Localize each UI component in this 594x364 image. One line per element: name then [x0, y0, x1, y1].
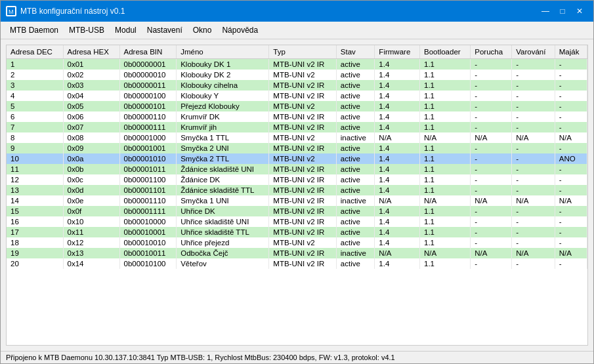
title-controls: — □ ✕: [537, 5, 588, 18]
table-cell: 0x0f: [63, 206, 119, 216]
status-text: Připojeno k MTB Daemonu 10.30.137.10:384…: [6, 354, 395, 361]
table-cell: N/A: [555, 195, 587, 206]
table-row[interactable]: 80x080b00001000Smyčka 1 TTLMTB-UNI v2ina…: [7, 132, 587, 143]
menu-item-mtb-daemon[interactable]: MTB Daemon: [5, 24, 64, 37]
table-cell: -: [512, 122, 555, 132]
menu-item-modul[interactable]: Modul: [110, 24, 142, 37]
table-cell: -: [471, 185, 512, 195]
table-cell: -: [471, 206, 512, 216]
col-header-varovani[interactable]: Varování: [512, 45, 555, 59]
table-cell: MTB-UNI v2 IR: [269, 195, 336, 206]
table-cell: Uhřice skladiště TTL: [177, 227, 269, 237]
table-cell: active: [336, 216, 375, 227]
table-cell: 3: [7, 80, 63, 91]
table-cell: 1.4: [375, 185, 420, 195]
table-row[interactable]: 100x0a0b00001010Smyčka 2 TTLMTB-UNI v2ac…: [7, 153, 587, 164]
table-row[interactable]: 180x120b00010010Uhřice přejezdMTB-UNI v2…: [7, 237, 587, 248]
table-cell: -: [512, 174, 555, 185]
table-cell: 1.4: [375, 111, 420, 122]
table-row[interactable]: 130x0d0b00001101Ždánice skladiště TTLMTB…: [7, 185, 587, 195]
table-row[interactable]: 60x060b00000110Krumvíř DKMTB-UNI v2 IRac…: [7, 111, 587, 122]
table-row[interactable]: 70x070b00000111Krumvíř jihMTB-UNI v2 IRa…: [7, 122, 587, 132]
table-cell: -: [471, 101, 512, 111]
table-cell: Smyčka 2 TTL: [177, 153, 269, 164]
table-cell: 14: [7, 195, 63, 206]
table-row[interactable]: 50x050b00000101Přejezd KloboukyMTB-UNI v…: [7, 101, 587, 111]
col-header-typ[interactable]: Typ: [269, 45, 336, 59]
table-row[interactable]: 90x090b00001001Smyčka 2 UNIMTB-UNI v2 IR…: [7, 143, 587, 153]
table-cell: inactive: [336, 195, 375, 206]
table-row[interactable]: 40x040b00000100Klobouky YMTB-UNI v2 IRac…: [7, 91, 587, 101]
table-cell: -: [512, 258, 555, 269]
table-cell: 1.1: [419, 227, 470, 237]
table-row[interactable]: 110x0b0b00001011Ždánice skladiště UNIMTB…: [7, 164, 587, 174]
table-cell: N/A: [555, 248, 587, 258]
table-row[interactable]: 10x010b00000001Klobouky DK 1MTB-UNI v2 I…: [7, 59, 587, 70]
table-cell: -: [555, 91, 587, 101]
table-cell: -: [512, 153, 555, 164]
table-cell: -: [555, 185, 587, 195]
menu-item-nastaveni[interactable]: Nastavení: [142, 24, 188, 37]
table-body: 10x010b00000001Klobouky DK 1MTB-UNI v2 I…: [7, 59, 587, 270]
table-cell: MTB-UNI v2 IR: [269, 164, 336, 174]
col-header-hex[interactable]: Adresa HEX: [63, 45, 119, 59]
table-cell: 1.1: [419, 70, 470, 80]
table-cell: 1.4: [375, 59, 420, 70]
col-header-dec[interactable]: Adresa DEC: [7, 45, 63, 59]
col-header-porucha[interactable]: Porucha: [471, 45, 512, 59]
col-header-majak[interactable]: Maják: [555, 45, 587, 59]
table-cell: 0b00000110: [119, 111, 177, 122]
maximize-button[interactable]: □: [554, 5, 571, 18]
table-cell: 1.4: [375, 164, 420, 174]
table-cell: -: [471, 122, 512, 132]
table-cell: -: [512, 59, 555, 70]
table-cell: 11: [7, 164, 63, 174]
table-cell: MTB-UNI v2 IR: [269, 206, 336, 216]
table-row[interactable]: 30x030b00000011Klobouky cihelnaMTB-UNI v…: [7, 80, 587, 91]
table-cell: -: [555, 101, 587, 111]
table-cell: 0b00001100: [119, 174, 177, 185]
table-cell: -: [512, 237, 555, 248]
table-row[interactable]: 190x130b00010011Odbočka ČejčMTB-UNI v2 I…: [7, 248, 587, 258]
col-header-bin[interactable]: Adresa BIN: [119, 45, 177, 59]
table-row[interactable]: 120x0c0b00001100Ždánice DKMTB-UNI v2 IRa…: [7, 174, 587, 185]
table-cell: Klobouky cihelna: [177, 80, 269, 91]
table-cell: 1.4: [375, 70, 420, 80]
table-cell: Krumvíř jih: [177, 122, 269, 132]
table-cell: -: [512, 143, 555, 153]
table-cell: -: [512, 227, 555, 237]
table-cell: -: [471, 258, 512, 269]
table-row[interactable]: 20x020b00000010Klobouky DK 2MTB-UNI v2ac…: [7, 70, 587, 80]
col-header-firmware[interactable]: Firmware: [375, 45, 420, 59]
table-row[interactable]: 150x0f0b00001111Uhřice DKMTB-UNI v2 IRac…: [7, 206, 587, 216]
col-header-bootloader[interactable]: Bootloader: [419, 45, 470, 59]
menu-item-napoveda[interactable]: Nápověda: [217, 24, 263, 37]
table-cell: -: [471, 153, 512, 164]
table-cell: Přejezd Klobouky: [177, 101, 269, 111]
table-cell: 17: [7, 227, 63, 237]
table-cell: -: [471, 91, 512, 101]
table-row[interactable]: 160x100b00010000Uhřice skladiště UNIMTB-…: [7, 216, 587, 227]
col-header-stav[interactable]: Stav: [336, 45, 375, 59]
table-cell: 20: [7, 258, 63, 269]
minimize-button[interactable]: —: [537, 5, 554, 18]
table-cell: active: [336, 70, 375, 80]
table-cell: N/A: [471, 132, 512, 143]
menu-item-mtb-usb[interactable]: MTB-USB: [64, 24, 110, 37]
table-cell: 9: [7, 143, 63, 153]
table-cell: 0b00000100: [119, 91, 177, 101]
table-cell: MTB-UNI v2: [269, 237, 336, 248]
table-cell: 1.4: [375, 206, 420, 216]
table-cell: 0x0d: [63, 185, 119, 195]
table-row[interactable]: 200x140b00010100VěteřovMTB-UNI v2 IRacti…: [7, 258, 587, 269]
table-cell: 0x0c: [63, 174, 119, 185]
table-container[interactable]: Adresa DEC Adresa HEX Adresa BIN Jméno T…: [6, 45, 588, 346]
close-button[interactable]: ✕: [571, 5, 588, 18]
table-cell: 0x12: [63, 237, 119, 248]
col-header-name[interactable]: Jméno: [177, 45, 269, 59]
menu-item-okno[interactable]: Okno: [188, 24, 217, 37]
table-cell: Ždánice skladiště UNI: [177, 164, 269, 174]
table-row[interactable]: 170x110b00010001Uhřice skladiště TTLMTB-…: [7, 227, 587, 237]
table-row[interactable]: 140x0e0b00001110Smyčka 1 UNIMTB-UNI v2 I…: [7, 195, 587, 206]
table-cell: 1.4: [375, 80, 420, 91]
